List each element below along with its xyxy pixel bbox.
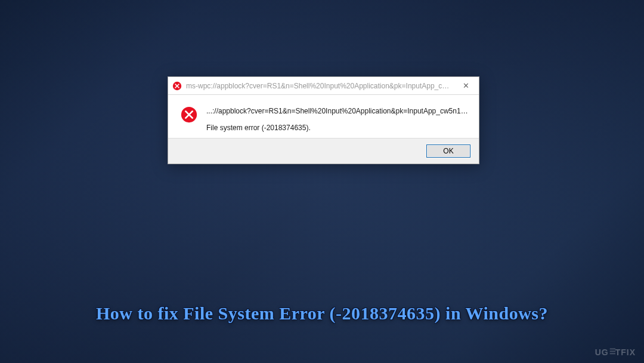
close-icon: ✕: [463, 81, 469, 90]
dialog-titlebar: ms-wpc://appblock?cver=RS1&n=Shell%20Inp…: [168, 77, 479, 95]
watermark-suffix: TFIX: [615, 347, 636, 357]
page-headline: How to fix File System Error (-201837463…: [0, 303, 644, 324]
message-block: ...://appblock?cver=RS1&n=Shell%20Input%…: [206, 106, 469, 132]
close-button[interactable]: ✕: [453, 77, 479, 95]
error-icon: [180, 106, 198, 124]
dialog-title: ms-wpc://appblock?cver=RS1&n=Shell%20Inp…: [186, 82, 453, 90]
message-path: ...://appblock?cver=RS1&n=Shell%20Input%…: [206, 107, 469, 115]
watermark-arrows-icon: ☰: [609, 347, 615, 356]
message-error: File system error (-2018374635).: [206, 124, 469, 132]
dialog-content: ...://appblock?cver=RS1&n=Shell%20Input%…: [168, 95, 479, 138]
ok-button[interactable]: OK: [426, 144, 470, 158]
error-icon: [172, 81, 182, 91]
watermark: UG ☰ TFIX: [595, 347, 636, 357]
watermark-prefix: UG: [595, 347, 609, 357]
ok-button-label: OK: [443, 147, 453, 155]
error-dialog: ms-wpc://appblock?cver=RS1&n=Shell%20Inp…: [168, 76, 479, 164]
dialog-button-row: OK: [168, 138, 479, 164]
